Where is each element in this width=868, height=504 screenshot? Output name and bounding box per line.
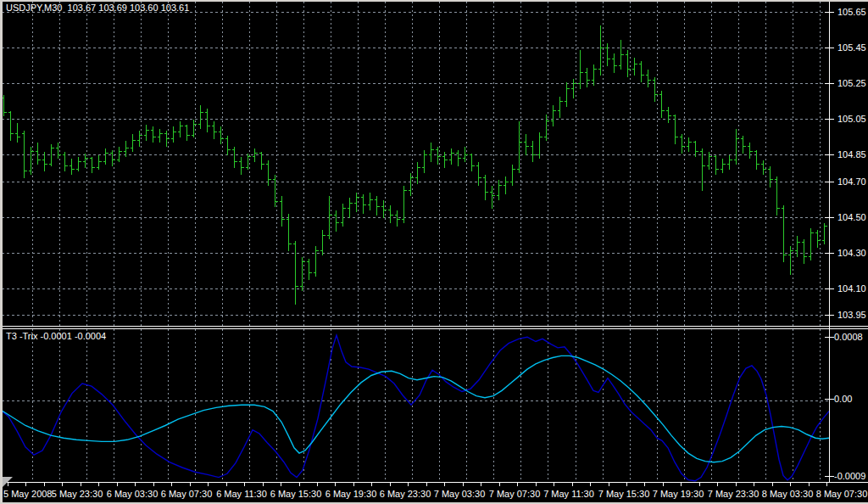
time-axis-tick bbox=[517, 483, 518, 486]
time-axis-tick bbox=[208, 483, 209, 486]
time-axis-label: 5 May 2008 bbox=[3, 489, 52, 499]
price-axis-label: 104.85 bbox=[837, 149, 866, 160]
time-axis-tick bbox=[44, 483, 45, 486]
price-axis-label: 105.05 bbox=[837, 114, 866, 124]
time-axis-tick bbox=[681, 483, 682, 486]
time-axis-label: 7 May 03:30 bbox=[434, 489, 486, 499]
time-axis-tick bbox=[98, 483, 99, 486]
time-axis-tick bbox=[81, 483, 81, 486]
time-axis-label: 6 May 19:30 bbox=[326, 489, 377, 499]
time-axis-label: 7 May 23:30 bbox=[708, 489, 760, 499]
indicator-axis-label: 0.00 bbox=[834, 394, 852, 404]
panel-divider-top[interactable] bbox=[0, 326, 868, 327]
time-axis-label: 6 May 15:30 bbox=[270, 489, 322, 499]
time-axis-tick bbox=[263, 483, 264, 486]
indicator-axis-tick bbox=[825, 476, 834, 477]
time-axis-tick bbox=[408, 483, 409, 486]
time-axis-tick bbox=[590, 483, 591, 486]
window-border-top bbox=[0, 0, 868, 2]
price-axis-label: 105.65 bbox=[837, 7, 866, 17]
trix-line bbox=[0, 335, 829, 481]
time-axis-tick bbox=[572, 483, 573, 486]
time-axis-label: 7 May 19:30 bbox=[653, 489, 704, 499]
time-axis-tick bbox=[463, 483, 464, 486]
time-axis-tick bbox=[736, 483, 737, 486]
time-axis-label: 6 May 07:30 bbox=[161, 489, 213, 499]
time-axis-label: 7 May 07:30 bbox=[489, 489, 541, 499]
indicator-axis-label: -0.0009 bbox=[834, 471, 865, 481]
indicator-subwindow[interactable] bbox=[0, 328, 829, 482]
time-axis-tick bbox=[62, 483, 63, 486]
time-axis-tick bbox=[554, 483, 554, 486]
time-axis-tick bbox=[644, 483, 645, 486]
quote-values: 103.67 103.69 103.60 103.61 bbox=[68, 3, 190, 13]
time-axis-tick bbox=[717, 483, 718, 486]
price-axis-tick bbox=[825, 48, 834, 48]
time-axis-label: 6 May 03:30 bbox=[107, 489, 159, 499]
time-axis-tick bbox=[190, 483, 191, 486]
time-axis-tick bbox=[281, 483, 281, 486]
time-axis-label: 8 May 03:30 bbox=[762, 489, 814, 499]
time-axis-tick bbox=[25, 483, 26, 486]
indicator-title: T3 -Trix -0.0001 -0.0004 bbox=[6, 331, 106, 341]
time-axis-label: 7 May 15:30 bbox=[598, 489, 650, 499]
time-axis-label: 8 May 07:30 bbox=[816, 489, 868, 499]
time-axis-tick bbox=[663, 483, 664, 486]
price-axis-tick bbox=[825, 217, 834, 218]
time-axis-tick bbox=[299, 483, 300, 486]
time-axis-tick bbox=[699, 483, 700, 486]
price-axis-tick bbox=[825, 315, 834, 316]
time-axis-tick bbox=[536, 483, 537, 486]
time-axis-tick bbox=[117, 483, 118, 486]
time-axis-tick bbox=[790, 483, 791, 486]
price-axis-label: 104.10 bbox=[837, 283, 866, 294]
indicator-axis-tick bbox=[825, 337, 834, 338]
price-axis-line bbox=[829, 2, 830, 482]
time-axis-label: 7 May 11:30 bbox=[543, 489, 594, 499]
time-axis-label: 6 May 11:30 bbox=[216, 489, 267, 499]
ohlc-bars bbox=[2, 25, 827, 305]
time-axis-tick bbox=[626, 483, 627, 486]
time-axis-label: 6 May 23:30 bbox=[380, 489, 431, 499]
time-axis-tick bbox=[135, 483, 136, 486]
price-axis-label: 104.30 bbox=[837, 248, 866, 258]
time-axis-tick bbox=[335, 483, 336, 486]
price-axis-tick bbox=[825, 83, 834, 84]
symbol-timeframe-label: USDJPY,M30 bbox=[6, 3, 62, 13]
price-axis-tick bbox=[825, 288, 834, 289]
time-axis-tick bbox=[244, 483, 245, 486]
t3-line bbox=[0, 356, 829, 462]
window-border-left bbox=[0, 0, 3, 504]
price-axis-tick bbox=[825, 154, 834, 155]
time-axis-line bbox=[0, 482, 868, 483]
indicator-axis-tick bbox=[825, 399, 834, 400]
time-axis-tick bbox=[226, 483, 227, 486]
price-axis-label: 103.95 bbox=[837, 310, 866, 320]
time-axis-tick bbox=[171, 483, 172, 486]
price-axis-label: 105.25 bbox=[837, 78, 866, 88]
time-axis-tick bbox=[499, 483, 500, 486]
price-axis-label: 104.50 bbox=[837, 212, 866, 222]
time-axis-tick bbox=[153, 483, 154, 486]
time-axis-tick bbox=[426, 483, 427, 486]
time-axis-tick bbox=[772, 483, 773, 486]
time-axis-tick bbox=[609, 483, 609, 486]
chart-title: USDJPY,M30 103.67 103.69 103.60 103.61 bbox=[6, 3, 189, 13]
time-axis-tick bbox=[317, 483, 318, 486]
time-axis-tick bbox=[8, 483, 8, 486]
time-axis-tick bbox=[826, 483, 827, 486]
price-axis-tick bbox=[825, 12, 834, 13]
price-axis-tick bbox=[825, 253, 834, 254]
time-axis-tick bbox=[754, 483, 754, 486]
scroll-marker-icon bbox=[1, 477, 13, 489]
time-axis-tick bbox=[390, 483, 391, 486]
price-axis-tick bbox=[825, 182, 834, 182]
indicator-axis-label: 0.0008 bbox=[834, 332, 863, 342]
time-axis-tick bbox=[353, 483, 354, 486]
price-chart[interactable] bbox=[0, 0, 829, 326]
time-axis-tick bbox=[481, 483, 481, 486]
panel-divider-bottom[interactable] bbox=[0, 328, 868, 329]
time-axis-tick bbox=[809, 483, 810, 486]
time-axis-tick bbox=[444, 483, 445, 486]
price-axis-label: 105.45 bbox=[837, 42, 866, 53]
